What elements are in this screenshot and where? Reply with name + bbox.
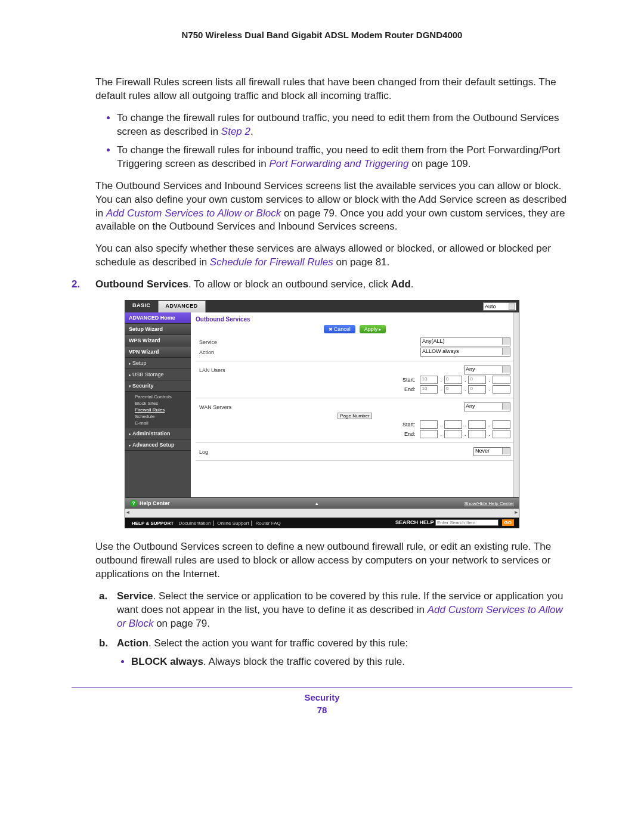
lan-users-label: LAN Users [199,367,225,373]
wan-servers-label: WAN Servers [199,404,231,410]
chevron-up-icon[interactable]: ▴ [315,500,318,506]
text-bold: BLOCK always [131,656,203,667]
link-port-forwarding[interactable]: Port Forwarding and Triggering [269,158,408,169]
text: . To allow or block an outbound service,… [188,278,391,290]
ip-segment[interactable]: x [493,385,510,394]
paragraph: The Outbound Services and Inbound Servic… [95,179,572,234]
paragraph: You can also specify whether these servi… [95,242,572,270]
ip-segment[interactable]: x [493,420,510,429]
ip-segment[interactable]: 0 [444,385,462,394]
paragraph: Use the Outbound Services screen to defi… [95,540,572,581]
ip-segment[interactable]: x [444,430,462,438]
document-header: N750 Wireless Dual Band Gigabit ADSL Mod… [72,30,572,40]
horizontal-rule [72,687,572,688]
link-documentation[interactable]: Documentation [179,521,211,526]
search-help-label: SEARCH HELP [395,519,434,525]
sidebar-subitem-block-sites[interactable]: Block Sites [135,400,191,407]
log-select[interactable]: Never [473,447,510,456]
sidebar-subitem-firewall-rules[interactable]: Firewall Rules [135,407,191,413]
page-footer: Security 78 [72,692,572,715]
ip-segment[interactable]: 10 [420,376,438,384]
tab-bar: BASIC ADVANCED [125,301,519,312]
action-select[interactable]: ALLOW always [420,348,510,357]
step-number: 2. [72,278,80,292]
link-router-faq[interactable]: Router FAQ [255,521,280,526]
router-ui-screenshot: Auto BASIC ADVANCED ADVANCED Home Setup … [125,300,519,528]
support-bar: HELP & SUPPORT Documentation| Online Sup… [125,518,519,528]
sidebar-subitem-parental[interactable]: Parental Controls [135,394,191,400]
help-bar: ?Help Center ▴ Show/Hide Help Center [125,497,519,509]
link-schedule-firewall[interactable]: Schedule for Firewall Rules [210,256,333,268]
scrollbar-vertical[interactable] [513,312,519,497]
sidebar-item-security[interactable]: Security [125,380,191,392]
text: . [250,126,253,137]
lan-end-row: End: 10. 0. 0. x [196,385,514,394]
step-2: 2. Outbound Services. To allow or block … [72,278,572,292]
sidebar-item-advanced-setup[interactable]: Advanced Setup [125,439,191,451]
ip-segment[interactable]: x [468,420,486,429]
tab-basic[interactable]: BASIC [125,301,158,312]
paragraph: The Firewall Rules screen lists all fire… [95,76,572,103]
sidebar-label: Advanced Setup [132,442,175,448]
tab-advanced[interactable]: ADVANCED [158,301,206,312]
panel-title: Outbound Services [196,316,514,323]
lettered-list: a. Service. Select the service or applic… [95,590,572,669]
sidebar-label: Administration [132,431,171,436]
sidebar: ADVANCED Home Setup Wizard WPS Wizard VP… [125,312,191,497]
bullet-list: To change the firewall rules for outboun… [95,112,572,171]
ip-segment[interactable]: 0 [468,385,486,394]
wan-servers-select[interactable]: Any [464,402,510,411]
cancel-button[interactable]: Cancel [324,325,355,333]
sidebar-item-setup-wizard[interactable]: Setup Wizard [125,324,191,335]
sidebar-label: Setup [132,360,147,366]
letter-marker: b. [99,637,108,651]
scrollbar-horizontal[interactable] [125,509,519,518]
letter-item-a: a. Service. Select the service or applic… [117,590,572,631]
sidebar-subitem-email[interactable]: E-mail [135,420,191,426]
ip-segment[interactable]: x [420,420,438,429]
sidebar-item-advanced-home[interactable]: ADVANCED Home [125,312,191,324]
sidebar-item-wps-wizard[interactable]: WPS Wizard [125,335,191,346]
apply-button[interactable]: Apply [360,325,386,333]
sidebar-item-administration[interactable]: Administration [125,428,191,439]
link-step2[interactable]: Step 2 [221,126,250,137]
ip-segment[interactable]: x [444,420,462,429]
ip-segment[interactable]: x [420,430,438,438]
search-input[interactable] [435,519,499,526]
letter-marker: a. [99,590,107,603]
show-hide-help-link[interactable]: Show/Hide Help Center [464,501,514,506]
bullet-item: BLOCK always. Always block the traffic c… [131,655,572,669]
sidebar-item-usb-storage[interactable]: USB Storage [125,369,191,380]
ip-segment[interactable]: 0 [468,376,486,384]
text: . [411,278,414,290]
step-title: Outbound Services [95,278,188,290]
sidebar-item-vpn-wizard[interactable]: VPN Wizard [125,346,191,358]
lan-users-select[interactable]: Any [464,366,510,374]
text: To change the firewall rules for outboun… [117,112,559,137]
start-label: Start: [402,422,416,428]
sidebar-label: USB Storage [132,371,164,377]
start-label: Start: [402,377,416,383]
help-support-label: HELP & SUPPORT [132,521,174,526]
page-number-button[interactable]: Page Number [338,413,371,419]
ip-segment[interactable]: x [468,430,486,438]
button-row: Cancel Apply [196,325,514,333]
bullet-item: To change the firewall rules for outboun… [117,112,572,139]
ip-segment[interactable]: x [493,430,510,438]
link-add-custom-services[interactable]: Add Custom Services to Allow or Block [106,208,281,219]
link-online-support[interactable]: Online Support [217,521,249,526]
ip-segment[interactable]: 0 [444,376,462,384]
auto-select[interactable]: Auto [483,302,516,311]
text-bold: Add [391,278,411,290]
sidebar-subitem-schedule[interactable]: Schedule [135,413,191,420]
wan-start-row: Start: x. x. x. x [196,420,514,429]
text-bold: Service [117,590,153,602]
service-label: Service [199,339,217,345]
lan-start-row: Start: 10. 0. 0. x [196,375,514,385]
go-button[interactable]: GO [502,519,514,526]
ip-segment[interactable]: x [493,376,510,384]
letter-item-b: b. Action. Select the action you want fo… [117,637,572,669]
service-select[interactable]: Any(ALL) [420,337,510,346]
sidebar-item-setup[interactable]: Setup [125,358,191,369]
ip-segment[interactable]: 10 [420,385,438,394]
